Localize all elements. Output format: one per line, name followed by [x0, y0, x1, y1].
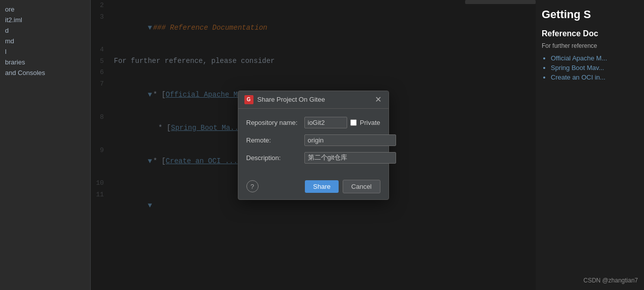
help-button[interactable]: ? — [246, 180, 259, 192]
editor-area: 2 3 ▼### Reference Documentation 4 5 For… — [91, 0, 536, 290]
sidebar-item-and-consoles[interactable]: and Consoles — [0, 67, 90, 78]
csdn-credit: CSDN @zhangtian7 — [584, 277, 638, 284]
sidebar-item-md[interactable]: md — [0, 36, 90, 46]
right-panel-subheading: Reference Doc — [542, 29, 638, 38]
right-panel-heading: Getting S — [542, 8, 638, 21]
remote-label: Remote: — [246, 136, 304, 144]
remote-input[interactable] — [304, 134, 396, 146]
description-input[interactable] — [304, 152, 396, 164]
repo-name-row: Repository name: Private — [246, 117, 380, 128]
description-label: Description: — [246, 154, 304, 162]
cancel-button[interactable]: Cancel — [343, 180, 380, 193]
sidebar: ore it2.iml d md l braries and Consoles — [0, 0, 91, 290]
modal-title: Share Project On Gitee — [257, 96, 374, 103]
right-panel-links-list: Official Apache M... Spring Boot Mav... … — [542, 54, 638, 81]
modal-overlay: G Share Project On Gitee ✕ Repository na… — [91, 0, 536, 290]
private-checkbox[interactable] — [350, 119, 357, 126]
sidebar-item-ore[interactable]: ore — [0, 4, 90, 15]
repo-name-label: Repository name: — [246, 119, 304, 126]
private-label: Private — [360, 119, 380, 126]
share-button[interactable]: Share — [305, 180, 339, 193]
modal-footer: ? Share Cancel — [238, 176, 389, 199]
modal-body: Repository name: Private Remote: Descrip… — [238, 109, 389, 176]
sidebar-item-d[interactable]: d — [0, 25, 90, 36]
description-row: Description: — [246, 152, 380, 164]
share-project-modal: G Share Project On Gitee ✕ Repository na… — [238, 91, 389, 200]
modal-close-button[interactable]: ✕ — [374, 96, 382, 104]
right-panel-paragraph: For further reference — [542, 42, 638, 49]
modal-header: G Share Project On Gitee ✕ — [238, 91, 389, 109]
remote-row: Remote: — [246, 134, 380, 146]
right-panel: Getting S Reference Doc For further refe… — [536, 0, 644, 290]
right-panel-link-2[interactable]: Spring Boot Mav... — [551, 64, 638, 71]
repo-name-input[interactable] — [304, 117, 348, 128]
right-panel-link-1[interactable]: Official Apache M... — [551, 54, 638, 62]
sidebar-item-l[interactable]: l — [0, 46, 90, 57]
right-panel-link-3[interactable]: Create an OCI in... — [551, 74, 638, 81]
sidebar-item-iml[interactable]: it2.iml — [0, 15, 90, 25]
sidebar-item-libraries[interactable]: braries — [0, 57, 90, 67]
gitee-icon: G — [244, 95, 253, 104]
